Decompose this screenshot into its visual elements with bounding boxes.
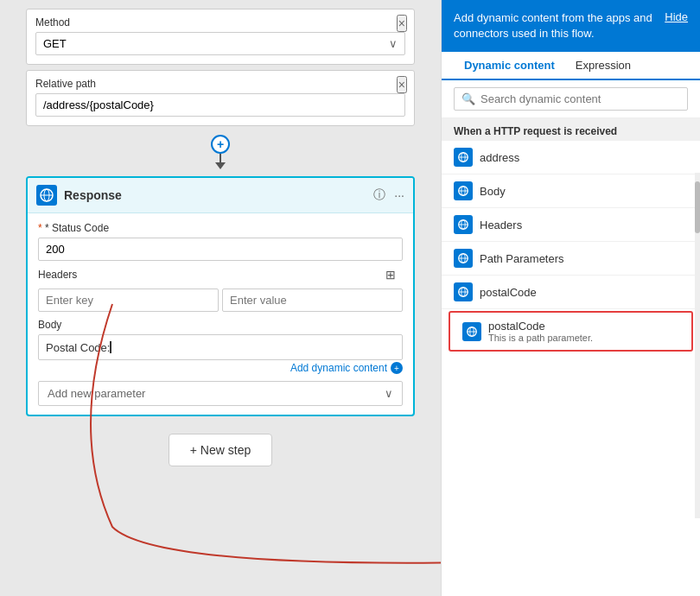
dynamic-item-postalcode1[interactable]: postalCode (442, 276, 700, 309)
panel-header: Add dynamic content from the apps and co… (442, 0, 700, 52)
add-dynamic-plus-icon: + (391, 362, 403, 374)
add-dynamic-link[interactable]: Add dynamic content + (38, 362, 403, 374)
dynamic-item-address[interactable]: address (442, 141, 700, 174)
add-param-chevron-icon: ∨ (385, 387, 393, 400)
body-text-content: Postal Code: (46, 341, 110, 354)
add-step-plus-icon[interactable]: + (211, 135, 230, 154)
new-step-label: + New step (190, 443, 251, 457)
hide-link[interactable]: Hide (665, 10, 688, 23)
item-path-params-label: Path Parameters (480, 252, 564, 265)
body-label: Body (38, 319, 403, 331)
dynamic-item-postalcode2[interactable]: postalCode This is a path parameter. (449, 311, 693, 352)
item-postalcode2-sublabel: This is a path parameter. (488, 333, 593, 343)
response-info-icon[interactable]: ⓘ (373, 187, 385, 203)
scrollbar-thumb[interactable] (695, 181, 700, 233)
search-input[interactable] (480, 92, 680, 105)
headers-row: Headers ⊞ (38, 268, 403, 285)
item-postalcode2-text-group: postalCode This is a path parameter. (488, 320, 593, 343)
globe-icon (40, 188, 54, 202)
scrollbar-track[interactable] (695, 173, 700, 518)
section-label: When a HTTP request is received (442, 118, 700, 141)
new-step-wrapper: + New step (26, 434, 415, 466)
headers-field: Headers ⊞ (38, 268, 403, 312)
headers-label: Headers (38, 269, 77, 281)
item-body-label: Body (480, 185, 506, 198)
method-chevron-icon: ∨ (389, 37, 398, 50)
response-body-area: * * Status Code Headers ⊞ Body (28, 213, 413, 415)
connector-arrow-head (215, 162, 226, 169)
item-headers-label: Headers (480, 219, 522, 231)
panel-header-text: Add dynamic content from the apps and co… (454, 10, 656, 41)
status-label: * * Status Code (38, 222, 403, 234)
add-param-row[interactable]: Add new parameter ∨ (38, 381, 403, 406)
method-label: Method (35, 16, 405, 29)
search-input-wrapper: 🔍 (454, 87, 688, 111)
response-card: Response ⓘ ··· * * Status Code Headers ⊞ (26, 176, 415, 416)
method-close-btn[interactable]: × (397, 15, 407, 32)
response-title: Response (64, 188, 122, 202)
dynamic-item-body[interactable]: Body (442, 174, 700, 208)
item-body-icon (454, 181, 473, 200)
search-icon: 🔍 (461, 92, 475, 105)
step-connector: + (26, 135, 415, 169)
item-postalcode2-label: postalCode (488, 320, 593, 333)
right-panel: Add dynamic content from the apps and co… (441, 0, 700, 596)
response-header-right: ⓘ ··· (373, 187, 404, 203)
table-icon[interactable]: ⊞ (385, 268, 403, 285)
relpath-input[interactable]: /address/{postalCode} (35, 93, 405, 117)
headers-value-input[interactable] (222, 288, 403, 312)
method-card: Method × GET ∨ (26, 9, 415, 65)
response-icon (36, 185, 57, 206)
response-header-left: Response (36, 185, 122, 206)
body-field: Body Postal Code: Add dynamic content + (38, 319, 403, 374)
item-postalcode1-icon (454, 282, 473, 301)
item-postalcode2-icon (462, 322, 481, 341)
item-postalcode1-label: postalCode (480, 286, 537, 299)
response-header: Response ⓘ ··· (28, 178, 413, 213)
item-address-label: address (480, 151, 519, 164)
dynamic-item-path-params[interactable]: Path Parameters (442, 242, 700, 276)
relpath-card: Relative path × /address/{postalCode} (26, 70, 415, 126)
relpath-close-btn[interactable]: × (397, 76, 407, 93)
relpath-label: Relative path (35, 78, 405, 90)
method-select[interactable]: GET ∨ (35, 32, 405, 55)
item-path-params-icon (454, 249, 473, 268)
add-param-label: Add new parameter (48, 387, 145, 400)
item-headers-icon (454, 215, 473, 234)
required-star: * (38, 222, 42, 234)
headers-inputs (38, 288, 403, 312)
dynamic-items-list: When a HTTP request is received address … (442, 118, 700, 596)
item-address-icon (454, 148, 473, 167)
status-code-field: * * Status Code (38, 222, 403, 261)
response-more-icon[interactable]: ··· (394, 188, 404, 202)
method-value: GET (43, 37, 67, 50)
relpath-value: /address/{postalCode} (43, 98, 154, 111)
panel-tabs: Dynamic content Expression (442, 52, 700, 80)
cursor-indicator (110, 341, 111, 353)
search-box: 🔍 (442, 80, 700, 118)
tab-expression[interactable]: Expression (565, 52, 641, 80)
status-code-input[interactable] (38, 238, 403, 261)
new-step-button[interactable]: + New step (169, 434, 272, 466)
dynamic-item-headers[interactable]: Headers (442, 208, 700, 242)
headers-key-input[interactable] (38, 288, 219, 312)
add-dynamic-label: Add dynamic content (290, 362, 387, 374)
tab-dynamic-content[interactable]: Dynamic content (454, 52, 565, 80)
body-input[interactable]: Postal Code: (38, 334, 403, 360)
